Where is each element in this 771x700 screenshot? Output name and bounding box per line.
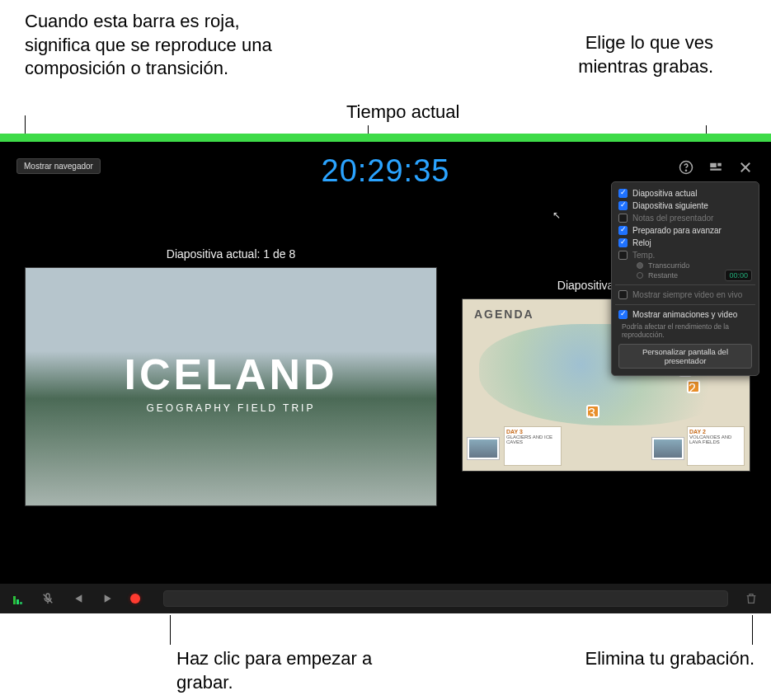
- callout-line: [170, 615, 171, 645]
- customize-presenter-display-button[interactable]: Personalizar pantalla del presentador: [618, 344, 752, 369]
- checkbox[interactable]: [618, 310, 628, 319]
- option-ready-to-advance[interactable]: Preparado para avanzar: [618, 224, 752, 237]
- status-bar: [0, 134, 771, 142]
- callout-bar-red: Cuando esta barra es roja, significa que…: [25, 10, 297, 81]
- option-label: Temp.: [632, 251, 655, 260]
- option-note: Podría afectar el rendimiento de la repr…: [618, 322, 752, 339]
- option-timer-elapsed[interactable]: Transcurrido: [618, 261, 752, 270]
- current-slide-label: Diapositiva actual: 1 de 8: [25, 247, 437, 261]
- map-pin: 3: [586, 405, 599, 418]
- option-label: Transcurrido: [648, 261, 689, 270]
- option-timer[interactable]: Temp.: [618, 249, 752, 261]
- checkbox[interactable]: [618, 201, 628, 210]
- slide-title: ICELAND: [124, 350, 337, 399]
- option-presenter-notes[interactable]: Notas del presentador: [618, 212, 752, 224]
- record-button[interactable]: [130, 594, 140, 604]
- close-icon[interactable]: [738, 160, 753, 175]
- timer-value: 00:00: [725, 270, 752, 281]
- map-pin: 2: [687, 380, 700, 393]
- current-slide-preview: ICELAND GEOGRAPHY FIELD TRIP: [25, 267, 437, 506]
- checkbox[interactable]: [618, 214, 628, 223]
- callout-view-options: Elige lo que ves mientras grabas.: [557, 31, 713, 78]
- option-label: Notas del presentador: [632, 214, 713, 223]
- svg-rect-4: [710, 169, 722, 171]
- help-icon[interactable]: [679, 160, 693, 175]
- checkbox[interactable]: [618, 238, 628, 247]
- recording-timeline[interactable]: [163, 590, 728, 607]
- play-icon[interactable]: [101, 592, 114, 605]
- option-label: Mostrar siempre video en vivo: [632, 290, 742, 299]
- callout-delete: Elimina tu grabación.: [585, 647, 755, 671]
- photo-thumb: [468, 438, 499, 459]
- cursor-icon: ↖: [552, 209, 561, 221]
- recording-toolbar: [0, 584, 771, 613]
- layout-options-icon[interactable]: [708, 160, 723, 175]
- svg-rect-3: [717, 163, 722, 167]
- svg-point-1: [685, 170, 686, 171]
- option-next-slide[interactable]: Diapositiva siguiente: [618, 200, 752, 212]
- option-label: Reloj: [632, 238, 651, 247]
- option-label: Restante: [648, 271, 678, 280]
- presenter-display: Mostrar navegador 20:29:35 ↖ Diapositiva…: [0, 142, 771, 613]
- option-label: Preparado para avanzar: [632, 226, 722, 235]
- trash-icon[interactable]: [745, 592, 758, 605]
- option-label: Mostrar animaciones y video: [632, 310, 737, 319]
- option-label: Diapositiva actual: [632, 189, 697, 198]
- next-slide-heading: AGENDA: [474, 308, 534, 321]
- svg-rect-2: [710, 163, 717, 167]
- agenda-card: DAY 2 VOLCANOES AND LAVA FIELDS: [687, 426, 745, 466]
- option-always-live-video[interactable]: Mostrar siempre video en vivo: [618, 289, 752, 301]
- option-label: Diapositiva siguiente: [632, 201, 708, 210]
- agenda-card: DAY 3 GLACIERS AND ICE CAVES: [504, 426, 562, 466]
- checkbox[interactable]: [618, 226, 628, 235]
- previous-icon[interactable]: [71, 592, 84, 605]
- slide-subtitle: GEOGRAPHY FIELD TRIP: [124, 402, 337, 414]
- option-timer-remaining[interactable]: Restante 00:00: [618, 270, 752, 281]
- microphone-icon[interactable]: [41, 592, 54, 605]
- checkbox[interactable]: [618, 290, 628, 299]
- photo-thumb: [652, 438, 684, 459]
- option-current-slide[interactable]: Diapositiva actual: [618, 187, 752, 200]
- display-options-popover: Diapositiva actual Diapositiva siguiente…: [611, 181, 759, 376]
- audio-levels-icon: [13, 593, 25, 604]
- callout-line: [752, 615, 753, 645]
- callout-record: Haz clic para empezar a grabar.: [176, 647, 383, 694]
- callout-time: Tiempo actual: [346, 101, 459, 124]
- option-clock[interactable]: Reloj: [618, 237, 752, 249]
- checkbox[interactable]: [618, 189, 628, 198]
- checkbox[interactable]: [618, 251, 628, 260]
- option-show-animations[interactable]: Mostrar animaciones y video: [618, 308, 752, 321]
- callout-line: [25, 115, 26, 134]
